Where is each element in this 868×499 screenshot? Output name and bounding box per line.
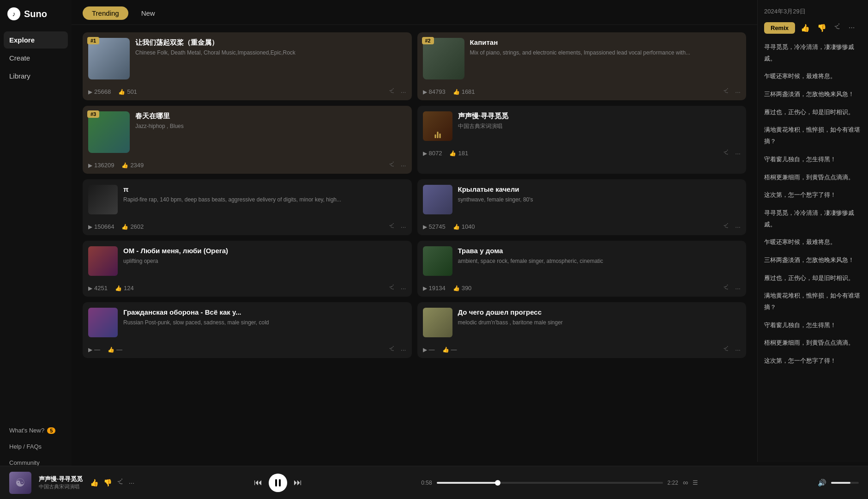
like-count-value: 124	[124, 285, 134, 292]
more-action-icon[interactable]: ···	[401, 88, 406, 96]
player-share-icon[interactable]	[117, 478, 124, 487]
lyrics-line: 乍暖还寒时候，最难将息。	[764, 237, 862, 248]
queue-icon[interactable]: ☰	[693, 479, 698, 486]
song-card-1[interactable]: #1 让我们荡起双桨（重金属） Chinese Folk, Death Meta…	[83, 32, 412, 100]
rank-badge: #1	[87, 37, 99, 44]
player-right-icons: 🔊	[818, 479, 859, 487]
player-more-icon[interactable]: ···	[129, 479, 135, 487]
more-action-icon[interactable]: ···	[735, 223, 741, 231]
share-button[interactable]	[832, 21, 843, 34]
play-pause-button[interactable]	[269, 474, 287, 492]
like-count: 👍 181	[449, 150, 468, 157]
song-title: 让我们荡起双桨（重金属）	[135, 38, 406, 47]
song-card-9[interactable]: Гражданская оборона - Всё как у... Russi…	[83, 302, 412, 358]
sidebar-item-help[interactable]: Help / FAQs	[4, 439, 68, 454]
song-card-5[interactable]: π Rapid-fire rap, 140 bpm, deep bass bea…	[83, 179, 412, 235]
more-action-icon[interactable]: ···	[401, 223, 406, 231]
song-card-top: До чего дошел прогресс melodic drum'n'ba…	[417, 302, 747, 343]
song-card-10[interactable]: До чего дошел прогресс melodic drum'n'ba…	[417, 302, 747, 358]
more-action-icon[interactable]: ···	[735, 346, 741, 353]
play-icon: ▶	[423, 89, 427, 95]
song-thumbnail[interactable]	[88, 185, 118, 214]
tab-new[interactable]: New	[132, 6, 164, 20]
song-card-top: π Rapid-fire rap, 140 bpm, deep bass bea…	[83, 179, 412, 220]
song-thumbnail[interactable]	[423, 246, 452, 276]
song-card-3[interactable]: #3 春天在哪里 Jazz-hiphop , Blues ▶ 136209 👍	[83, 106, 412, 174]
song-info: 让我们荡起双桨（重金属） Chinese Folk, Death Metal, …	[135, 38, 406, 56]
song-info: Капитан Mix of piano, strings, and elect…	[470, 38, 741, 56]
song-thumbnail[interactable]	[423, 111, 452, 141]
song-thumb-wrap: #1	[88, 38, 130, 79]
like-icon: 👍	[449, 150, 456, 157]
like-count: 👍 124	[115, 285, 134, 292]
song-card-4[interactable]: 声声慢·寻寻觅觅 中国古典宋词演唱 ▶ 8072 👍 181 ···	[417, 106, 747, 174]
share-action-icon[interactable]	[723, 149, 729, 157]
next-button[interactable]: ⏭	[294, 478, 302, 487]
remix-button[interactable]: Remix	[764, 22, 795, 34]
share-action-icon[interactable]	[389, 284, 395, 292]
share-action-icon[interactable]	[723, 223, 729, 231]
player-like-icon[interactable]: 👍	[90, 479, 99, 487]
share-action-icon[interactable]	[389, 223, 395, 231]
share-action-icon[interactable]	[723, 346, 729, 353]
more-action-icon[interactable]: ···	[735, 150, 741, 157]
more-action-icon[interactable]: ···	[735, 285, 741, 292]
tab-trending[interactable]: Trending	[83, 6, 128, 20]
progress-fill	[437, 482, 498, 484]
more-action-icon[interactable]: ···	[401, 285, 406, 292]
song-description: Russian Post-punk, slow paced, sadness, …	[123, 319, 406, 327]
prev-button[interactable]: ⏮	[254, 478, 262, 487]
song-card-6[interactable]: Крылатые качели synthwave, female singer…	[417, 179, 747, 235]
sidebar-nav: Explore Create Library	[0, 31, 72, 418]
more-action-icon[interactable]: ···	[401, 162, 406, 169]
share-action-icon[interactable]	[389, 88, 395, 96]
sidebar-item-library[interactable]: Library	[4, 67, 68, 85]
song-card-bottom: ▶ 25668 👍 501 ···	[83, 85, 412, 100]
song-thumbnail[interactable]	[423, 308, 452, 337]
share-action-icon[interactable]	[723, 284, 729, 292]
loop-icon[interactable]: ∞	[683, 479, 688, 487]
share-action-icon[interactable]	[723, 88, 729, 96]
player-song-subtitle: 中国古典宋词演唱	[39, 483, 83, 490]
song-card-bottom: ▶ 52745 👍 1040 ···	[417, 220, 747, 235]
player-dislike-icon[interactable]: 👎	[103, 479, 112, 487]
song-description: Jazz-hiphop , Blues	[135, 122, 406, 130]
play-icon: ▶	[88, 224, 92, 230]
like-icon: 👍	[453, 224, 460, 230]
share-action-icon[interactable]	[389, 346, 395, 353]
right-panel: 2024年3月29日 Remix 👍 👎 ··· 寻寻觅觅，冷冷清清，凄凄惨惨戚…	[757, 0, 868, 462]
share-action-icon[interactable]	[389, 161, 395, 169]
song-card-bottom: ▶ — 👍 — ···	[417, 343, 747, 358]
song-description: Mix of piano, strings, and electronic el…	[470, 49, 741, 57]
play-count: ▶ 136209	[88, 162, 114, 169]
song-card-2[interactable]: #2 Капитан Mix of piano, strings, and el…	[417, 32, 747, 100]
rank-badge: #3	[87, 110, 99, 118]
sidebar-item-whats-new[interactable]: What's New? 5	[4, 423, 68, 438]
total-time: 2:22	[668, 480, 678, 486]
lyrics-line: 守着窗儿独自，怎生得黑！	[764, 154, 862, 165]
volume-bar[interactable]	[831, 482, 859, 484]
action-icons: ···	[389, 284, 406, 292]
volume-icon[interactable]: 🔊	[818, 479, 826, 487]
song-card-8[interactable]: Трава у дома ambient, space rock, female…	[417, 241, 747, 297]
like-icon: 👍	[453, 285, 460, 292]
progress-bar[interactable]	[437, 482, 663, 484]
song-thumbnail[interactable]	[88, 308, 118, 337]
song-thumbnail[interactable]	[88, 246, 118, 276]
like-button[interactable]: 👍	[799, 22, 812, 34]
like-count: 👍 2602	[121, 223, 144, 230]
song-card-7[interactable]: ОМ - Люби меня, люби (Opera) uplifting o…	[83, 241, 412, 297]
song-thumbnail[interactable]	[423, 185, 452, 214]
more-action-icon[interactable]: ···	[735, 88, 741, 96]
sidebar-item-create[interactable]: Create	[4, 49, 68, 67]
like-count: 👍 1681	[453, 88, 475, 95]
song-card-top: #2 Капитан Mix of piano, strings, and el…	[417, 32, 747, 85]
more-action-icon[interactable]: ···	[401, 346, 406, 353]
logo-icon: ♪	[7, 7, 20, 20]
song-title: Капитан	[470, 38, 741, 47]
like-count-value: 181	[458, 150, 468, 157]
dislike-button[interactable]: 👎	[815, 22, 828, 34]
app-logo[interactable]: ♪ Suno	[0, 7, 72, 31]
sidebar-item-explore[interactable]: Explore	[4, 31, 68, 49]
more-options-button[interactable]: ···	[847, 22, 856, 34]
